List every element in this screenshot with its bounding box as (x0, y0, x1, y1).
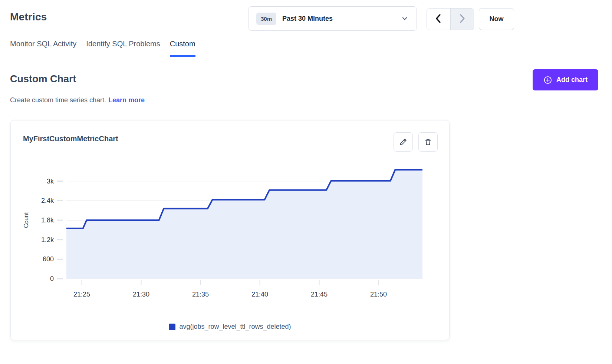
add-chart-button[interactable]: Add chart (533, 69, 598, 90)
tab-monitor-sql-activity[interactable]: Monitor SQL Activity (10, 40, 76, 57)
chevron-left-icon (434, 14, 442, 24)
now-button[interactable]: Now (479, 8, 514, 30)
legend-label: avg(jobs_row_level_ttl_rows_deleted) (179, 323, 291, 331)
learn-more-link[interactable]: Learn more (108, 96, 145, 104)
next-timeframe-button[interactable] (450, 9, 474, 30)
legend-divider (22, 315, 438, 315)
metrics-tabs: Monitor SQL Activity Identify SQL Proble… (10, 40, 195, 57)
chart-legend: avg(jobs_row_level_ttl_rows_deleted) (11, 323, 449, 331)
svg-text:21:45: 21:45 (311, 291, 328, 298)
plus-circle-icon (543, 76, 552, 85)
section-subtitle: Create custom time series chart.Learn mo… (10, 96, 145, 104)
svg-text:Count: Count (23, 212, 29, 228)
pencil-icon (399, 138, 407, 146)
svg-text:0: 0 (50, 275, 54, 282)
section-title: Custom Chart (10, 73, 76, 85)
custom-chart-card: MyFirstCustomMetricChart 06001.2k1.8k2.4… (10, 120, 450, 340)
page-title: Metrics (10, 11, 47, 23)
svg-text:2.4k: 2.4k (41, 197, 54, 204)
time-range-badge: 30m (256, 13, 276, 25)
tabs-divider (10, 58, 612, 58)
time-range-dropdown[interactable]: 30m Past 30 Minutes (249, 6, 417, 31)
add-chart-label: Add chart (556, 76, 588, 84)
time-shift-controls (427, 8, 474, 30)
tab-identify-sql-problems[interactable]: Identify SQL Problems (86, 40, 160, 57)
chevron-right-icon (458, 14, 466, 24)
svg-text:21:40: 21:40 (251, 291, 268, 298)
delete-chart-button[interactable] (418, 132, 438, 152)
time-range-label: Past 30 Minutes (282, 15, 333, 23)
chart-title: MyFirstCustomMetricChart (23, 135, 118, 143)
edit-chart-button[interactable] (394, 132, 413, 152)
svg-text:21:35: 21:35 (192, 291, 209, 298)
svg-text:600: 600 (43, 255, 54, 263)
chevron-down-icon (401, 15, 408, 22)
svg-text:1.2k: 1.2k (41, 236, 54, 244)
svg-text:21:30: 21:30 (133, 291, 149, 298)
trash-icon (424, 138, 432, 146)
tab-custom[interactable]: Custom (170, 40, 195, 57)
legend-swatch (169, 324, 175, 330)
subtitle-text: Create custom time series chart. (10, 96, 106, 104)
svg-text:21:50: 21:50 (370, 291, 387, 298)
time-series-chart: 06001.2k1.8k2.4k3kCount21:2521:3021:3521… (11, 158, 450, 306)
svg-text:1.8k: 1.8k (41, 216, 54, 224)
previous-timeframe-button[interactable] (427, 9, 450, 30)
svg-text:3k: 3k (47, 178, 54, 185)
svg-text:21:25: 21:25 (73, 291, 90, 298)
